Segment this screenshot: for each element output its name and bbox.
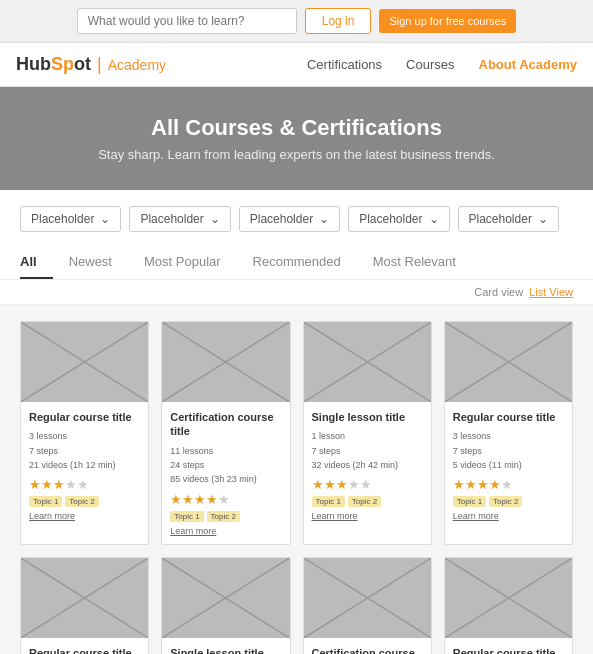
course-card-2: Certification course title 11 lessons 24…	[161, 321, 290, 545]
topic-badge: Topic 1	[453, 496, 486, 507]
learn-more-2[interactable]: Learn more	[170, 526, 281, 536]
tab-most-popular[interactable]: Most Popular	[128, 246, 237, 279]
course-thumbnail-3	[304, 322, 431, 402]
topic-badge: Topic 2	[207, 511, 240, 522]
course-thumbnail-4	[445, 322, 572, 402]
tab-all[interactable]: All	[20, 246, 53, 279]
nav-courses[interactable]: Courses	[406, 57, 454, 72]
nav-about-academy[interactable]: About Academy	[479, 57, 577, 72]
stars-4: ★★★★★	[453, 477, 564, 492]
chevron-down-icon-4: ⌄	[429, 212, 439, 226]
login-button[interactable]: Log in	[305, 8, 372, 34]
filter-label-3: Placeholder	[250, 212, 313, 226]
hero-section: All Courses & Certifications Stay sharp.…	[0, 87, 593, 190]
topics-3: Topic 1 Topic 2	[312, 496, 423, 507]
topic-badge: Topic 2	[65, 496, 98, 507]
course-title-3: Single lesson title	[312, 410, 423, 424]
stars-1: ★★★★★	[29, 477, 140, 492]
course-thumbnail-6	[162, 558, 289, 638]
chevron-down-icon-2: ⌄	[210, 212, 220, 226]
card-view-label: Card view	[474, 286, 523, 298]
course-thumbnail-5	[21, 558, 148, 638]
filter-dropdowns: Placeholder ⌄ Placeholder ⌄ Placeholder …	[20, 206, 573, 232]
course-thumbnail-7	[304, 558, 431, 638]
course-card-3: Single lesson title 1 lesson 7 steps 32 …	[303, 321, 432, 545]
filter-dropdown-3[interactable]: Placeholder ⌄	[239, 206, 340, 232]
filter-label-1: Placeholder	[31, 212, 94, 226]
course-grid: Regular course title 3 lessons 7 steps 2…	[0, 305, 593, 654]
course-title-7: Certification course title	[312, 646, 423, 654]
logo-text: HubSpot	[16, 54, 91, 75]
course-title-2: Certification course title	[170, 410, 281, 439]
search-input[interactable]	[77, 8, 297, 34]
course-title-8: Regular course title	[453, 646, 564, 654]
filter-label-5: Placeholder	[469, 212, 532, 226]
course-meta-4: 3 lessons 7 steps 5 videos (11 min)	[453, 429, 564, 472]
signup-button[interactable]: Sign up for free courses	[379, 9, 516, 33]
filter-dropdown-2[interactable]: Placeholder ⌄	[129, 206, 230, 232]
filter-dropdown-4[interactable]: Placeholder ⌄	[348, 206, 449, 232]
tab-newest[interactable]: Newest	[53, 246, 128, 279]
course-title-4: Regular course title	[453, 410, 564, 424]
filters-section: Placeholder ⌄ Placeholder ⌄ Placeholder …	[0, 190, 593, 280]
topics-4: Topic 1 Topic 2	[453, 496, 564, 507]
list-view-link[interactable]: List View	[529, 286, 573, 298]
stars-2: ★★★★★	[170, 492, 281, 507]
topic-badge: Topic 1	[312, 496, 345, 507]
learn-more-1[interactable]: Learn more	[29, 511, 140, 521]
course-meta-3: 1 lesson 7 steps 32 videos (2h 42 min)	[312, 429, 423, 472]
chevron-down-icon-3: ⌄	[319, 212, 329, 226]
filter-tabs: All Newest Most Popular Recommended Most…	[20, 246, 573, 279]
course-card-4: Regular course title 3 lessons 7 steps 5…	[444, 321, 573, 545]
course-card-1: Regular course title 3 lessons 7 steps 2…	[20, 321, 149, 545]
course-thumbnail-8	[445, 558, 572, 638]
logo-divider: |	[97, 54, 102, 75]
view-toggle: Card view List View	[0, 280, 593, 305]
nav-certifications[interactable]: Certifications	[307, 57, 382, 72]
stars-3: ★★★★★	[312, 477, 423, 492]
logo-academy: Academy	[108, 57, 166, 73]
logo: HubSpot | Academy	[16, 54, 166, 75]
filter-label-2: Placeholder	[140, 212, 203, 226]
filter-dropdown-5[interactable]: Placeholder ⌄	[458, 206, 559, 232]
hero-subtitle: Stay sharp. Learn from leading experts o…	[20, 147, 573, 162]
course-meta-2: 11 lessons 24 steps 85 videos (3h 23 min…	[170, 444, 281, 487]
filter-dropdown-1[interactable]: Placeholder ⌄	[20, 206, 121, 232]
tab-most-relevant[interactable]: Most Relevant	[357, 246, 472, 279]
topic-badge: Topic 1	[170, 511, 203, 522]
course-card-5: Regular course title 3 lessons	[20, 557, 149, 654]
nav-bar: HubSpot | Academy Certifications Courses…	[0, 43, 593, 87]
topic-badge: Topic 2	[348, 496, 381, 507]
learn-more-3[interactable]: Learn more	[312, 511, 423, 521]
learn-more-4[interactable]: Learn more	[453, 511, 564, 521]
course-thumbnail-2	[162, 322, 289, 402]
topic-badge: Topic 1	[29, 496, 62, 507]
course-card-8: Regular course title 3 lessons	[444, 557, 573, 654]
chevron-down-icon-1: ⌄	[100, 212, 110, 226]
nav-links: Certifications Courses About Academy	[307, 57, 577, 72]
topics-2: Topic 1 Topic 2	[170, 511, 281, 522]
course-card-7: Certification course title	[303, 557, 432, 654]
chevron-down-icon-5: ⌄	[538, 212, 548, 226]
course-title-1: Regular course title	[29, 410, 140, 424]
course-card-6: Single lesson title 1 lesson	[161, 557, 290, 654]
course-title-6: Single lesson title	[170, 646, 281, 654]
topic-badge: Topic 2	[489, 496, 522, 507]
top-bar: Log in Sign up for free courses	[0, 0, 593, 43]
hero-title: All Courses & Certifications	[20, 115, 573, 141]
course-meta-1: 3 lessons 7 steps 21 videos (1h 12 min)	[29, 429, 140, 472]
filter-label-4: Placeholder	[359, 212, 422, 226]
course-title-5: Regular course title	[29, 646, 140, 654]
tab-recommended[interactable]: Recommended	[237, 246, 357, 279]
topics-1: Topic 1 Topic 2	[29, 496, 140, 507]
course-thumbnail-1	[21, 322, 148, 402]
